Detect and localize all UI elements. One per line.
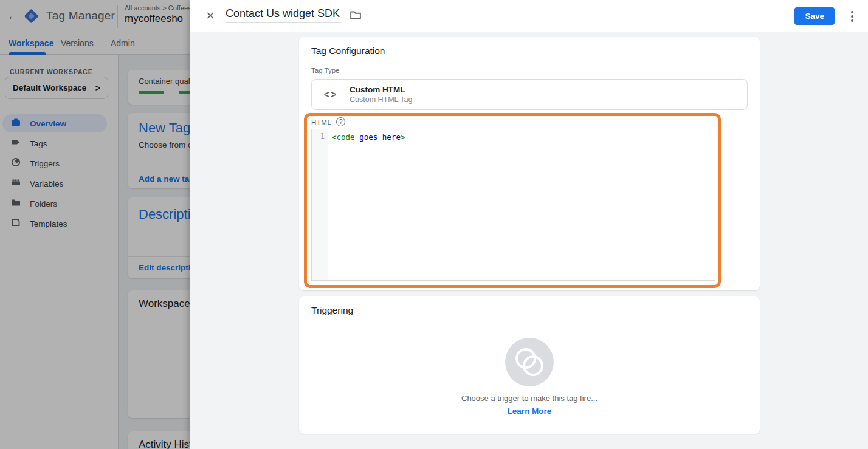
tag-configuration-card: Tag Configuration Tag Type <> Custom HTM… bbox=[299, 37, 760, 290]
triggering-heading: Triggering bbox=[311, 305, 353, 316]
folder-button[interactable] bbox=[350, 9, 362, 21]
tag-name-input[interactable]: Contact Us widget SDK bbox=[226, 7, 341, 23]
tag-type-description: Custom HTML Tag bbox=[350, 95, 413, 104]
tag-type-selector[interactable]: <> Custom HTML Custom HTML Tag bbox=[311, 79, 748, 110]
help-icon[interactable]: ? bbox=[336, 117, 345, 126]
html-field-header: HTML ? bbox=[311, 117, 345, 126]
code-line[interactable]: <code goes here> bbox=[328, 129, 715, 280]
triggering-card: Triggering Choose a trigger to make this… bbox=[299, 296, 760, 434]
tag-type-texts: Custom HTML Custom HTML Tag bbox=[350, 85, 413, 104]
folder-icon bbox=[350, 9, 362, 21]
screen: ← Tag Manager All accounts > Coffeesh my… bbox=[0, 0, 868, 449]
modal-scrim bbox=[0, 0, 190, 449]
learn-more-link[interactable]: Learn More bbox=[299, 406, 760, 416]
tag-type-name: Custom HTML bbox=[350, 85, 413, 94]
code-line-number: 1 bbox=[312, 129, 328, 280]
kebab-dot bbox=[851, 11, 853, 13]
code-brackets-icon: <> bbox=[312, 89, 350, 100]
tag-editor-panel: ✕ Contact Us widget SDK Save Tag Configu… bbox=[190, 0, 868, 449]
save-button[interactable]: Save bbox=[794, 7, 835, 25]
trigger-placeholder-icon[interactable] bbox=[505, 338, 554, 386]
close-icon: ✕ bbox=[205, 9, 215, 22]
kebab-dot bbox=[851, 19, 853, 22]
tag-type-label: Tag Type bbox=[311, 67, 339, 74]
html-field-label: HTML bbox=[311, 118, 331, 126]
trigger-empty-message: Choose a trigger to make this tag fire..… bbox=[299, 394, 760, 403]
close-button[interactable]: ✕ bbox=[202, 8, 218, 24]
panel-header: ✕ Contact Us widget SDK Save bbox=[190, 0, 868, 32]
tag-title-row: Contact Us widget SDK bbox=[226, 7, 362, 23]
html-code-editor[interactable]: 1 <code goes here> bbox=[311, 129, 715, 281]
kebab-menu-button[interactable] bbox=[847, 9, 857, 24]
tag-configuration-heading: Tag Configuration bbox=[311, 46, 385, 57]
kebab-dot bbox=[851, 15, 853, 18]
